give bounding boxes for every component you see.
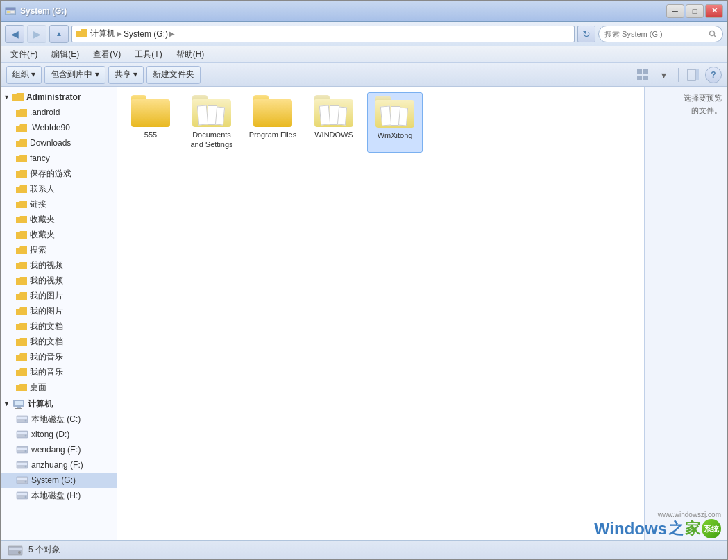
fancy-label: fancy: [30, 153, 50, 163]
logo-badge: 系统: [702, 519, 721, 538]
file-item-programfiles[interactable]: Program Files: [245, 92, 300, 153]
drive-f-label: anzhuang (F:): [31, 460, 83, 470]
folder-icon-small: [16, 383, 27, 392]
preview-pane-button[interactable]: [684, 67, 702, 83]
sidebar-item-videos1[interactable]: 我的视频: [1, 257, 117, 273]
sidebar-item-desktop[interactable]: 桌面: [1, 380, 117, 395]
refresh-button[interactable]: ↻: [577, 26, 595, 42]
sidebar-item-docs1[interactable]: 我的文档: [1, 319, 117, 334]
svg-rect-10: [688, 69, 695, 80]
maximize-button[interactable]: □: [686, 4, 704, 18]
sidebar-item-links[interactable]: 链接: [1, 196, 117, 212]
watermark: www.windowszj.com Windows 之 家 系统: [594, 511, 721, 539]
links-label: 链接: [30, 198, 46, 210]
folder-icon-small: [16, 246, 27, 255]
sidebar-item-drive-h[interactable]: 本地磁盘 (H:): [1, 488, 117, 503]
organize-button[interactable]: 组织 ▾: [6, 66, 42, 84]
folder-icon-small: [16, 230, 27, 239]
title-bar-buttons: ─ □ ✕: [666, 4, 723, 18]
new-folder-button[interactable]: 新建文件夹: [146, 66, 201, 84]
sidebar-section-computer[interactable]: ▼ 计算机: [1, 396, 117, 411]
share-label: 共享 ▾: [115, 69, 137, 80]
drive-e-icon: [16, 445, 28, 455]
sidebar-item-saved-games[interactable]: 保存的游戏: [1, 166, 117, 181]
sidebar-item-webide[interactable]: .WebIde90: [1, 120, 117, 135]
address-path-container[interactable]: 计算机 ▶ System (G:) ▶: [71, 26, 575, 42]
forward-button[interactable]: ▶: [27, 25, 46, 43]
close-button[interactable]: ✕: [705, 4, 723, 18]
help-button[interactable]: ?: [705, 67, 722, 83]
sidebar-item-downloads[interactable]: Downloads: [1, 135, 117, 151]
svg-rect-35: [9, 548, 22, 550]
sidebar-item-favorites2[interactable]: 收藏夹: [1, 227, 117, 242]
sidebar-item-drive-f[interactable]: anzhuang (F:): [1, 457, 117, 473]
sidebar-item-videos2[interactable]: 我的视频: [1, 273, 117, 288]
drive-f-icon: [16, 460, 28, 470]
sidebar-item-search[interactable]: 搜索: [1, 242, 117, 257]
logo-zhi: 之: [668, 518, 684, 539]
include-library-button[interactable]: 包含到库中 ▾: [44, 66, 105, 84]
folder-icon-small: [16, 353, 27, 362]
file-label-555: 555: [124, 130, 177, 139]
menu-help[interactable]: 帮助(H): [172, 47, 209, 62]
sidebar-item-drive-g[interactable]: System (G:): [1, 473, 117, 488]
drive-e-label: wendang (E:): [31, 445, 81, 455]
search-input[interactable]: [604, 30, 706, 38]
view-dropdown-button[interactable]: ▾: [654, 67, 672, 83]
file-label-documents: Documents and Settings: [185, 130, 238, 150]
file-item-wmxitong[interactable]: WmXitong: [367, 92, 423, 153]
svg-rect-6: [637, 69, 642, 74]
file-item-documents[interactable]: Documents and Settings: [184, 92, 239, 153]
svg-rect-32: [17, 493, 27, 495]
drive-h-label: 本地磁盘 (H:): [31, 490, 81, 502]
downloads-label: Downloads: [30, 138, 71, 148]
menu-edit[interactable]: 编辑(E): [47, 47, 83, 62]
saved-games-label: 保存的游戏: [30, 168, 71, 180]
sidebar-item-music1[interactable]: 我的音乐: [1, 349, 117, 364]
folder-icon-programfiles: [253, 95, 292, 127]
svg-rect-3: [10, 11, 15, 13]
menu-view[interactable]: 查看(V): [89, 47, 125, 62]
file-item-555[interactable]: 555: [123, 92, 178, 153]
file-label-programfiles: Program Files: [246, 130, 299, 139]
sidebar-item-favorites1[interactable]: 收藏夹: [1, 212, 117, 227]
sidebar-item-drive-e[interactable]: wendang (E:): [1, 442, 117, 457]
menu-file[interactable]: 文件(F): [6, 47, 42, 62]
sidebar-item-pictures1[interactable]: 我的图片: [1, 288, 117, 303]
folder-icon-small: [16, 169, 27, 178]
sidebar-item-fancy[interactable]: fancy: [1, 151, 117, 166]
new-folder-label: 新建文件夹: [153, 69, 194, 80]
folder-icon-small: [16, 307, 27, 316]
svg-rect-14: [17, 407, 21, 408]
docs1-label: 我的文档: [30, 321, 63, 332]
sidebar-item-drive-d[interactable]: xitong (D:): [1, 427, 117, 442]
status-drive-icon: [8, 544, 23, 557]
svg-rect-23: [17, 448, 27, 450]
toolbar-right: ▾ ?: [634, 67, 722, 83]
svg-rect-34: [8, 546, 22, 555]
sidebar-item-docs2[interactable]: 我的文档: [1, 334, 117, 349]
search-icon: [709, 30, 717, 38]
drive-g-label: System (G:): [31, 475, 76, 485]
search-box[interactable]: [598, 26, 723, 42]
sidebar-section-administrator[interactable]: ▼ Administrator: [1, 90, 117, 105]
sidebar-item-contacts[interactable]: 联系人: [1, 181, 117, 196]
svg-rect-2: [7, 11, 10, 13]
computer-label: 计算机: [28, 398, 53, 410]
up-button[interactable]: ▲: [49, 25, 69, 43]
desktop-label: 桌面: [30, 382, 46, 393]
sidebar-item-drive-c[interactable]: 本地磁盘 (C:): [1, 411, 117, 427]
svg-rect-17: [17, 417, 27, 419]
view-grid-button[interactable]: [634, 67, 652, 83]
file-area[interactable]: 555 Documents and Settings: [117, 87, 644, 540]
menu-tools[interactable]: 工具(T): [130, 47, 166, 62]
share-button[interactable]: 共享 ▾: [108, 66, 144, 84]
sidebar-item-android[interactable]: .android: [1, 105, 117, 120]
file-item-windows[interactable]: WINDOWS: [306, 92, 362, 153]
back-button[interactable]: ◀: [5, 25, 24, 43]
computer-expand-icon: ▼: [3, 400, 10, 407]
minimize-button[interactable]: ─: [666, 4, 684, 18]
sidebar-item-music2[interactable]: 我的音乐: [1, 364, 117, 380]
sidebar-item-pictures2[interactable]: 我的图片: [1, 303, 117, 319]
path-computer: 计算机: [90, 28, 115, 40]
